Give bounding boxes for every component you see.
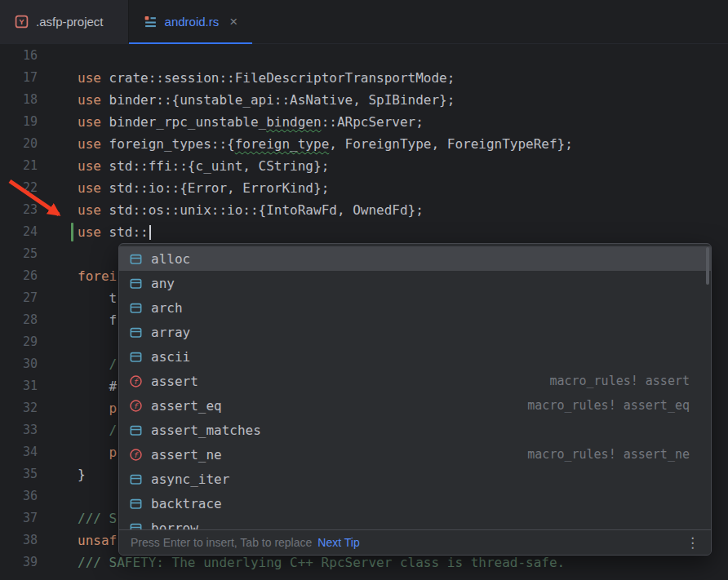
- module-icon: [129, 521, 143, 530]
- completion-item-arch[interactable]: arch: [119, 295, 711, 320]
- module-icon: [129, 277, 143, 290]
- completion-item-assert_eq[interactable]: fassert_eqmacro_rules! assert_eq: [119, 393, 711, 418]
- code-line-23[interactable]: 23use std::os::unix::io::{IntoRawFd, Own…: [0, 199, 728, 221]
- completion-item-ascii[interactable]: ascii: [119, 344, 711, 369]
- completion-label: any: [151, 276, 175, 291]
- macro-icon: f: [129, 399, 143, 413]
- tab-android-rs[interactable]: android.rs ×: [129, 0, 253, 43]
- code-line-17[interactable]: 17use crate::session::FileDescriptorTran…: [0, 67, 728, 89]
- editor-tab-bar: Y .asfp-project android.rs ×: [0, 0, 728, 44]
- code-text: p: [78, 441, 117, 463]
- completion-detail: macro_rules! assert_ne: [527, 447, 690, 462]
- vcs-change-marker[interactable]: [71, 223, 73, 241]
- completion-item-any[interactable]: any: [119, 271, 711, 295]
- completion-item-borrow[interactable]: borrow: [119, 516, 711, 529]
- code-text: }: [78, 463, 86, 485]
- completion-item-async_iter[interactable]: async_iter: [119, 467, 711, 491]
- completion-footer: Press Enter to insert, Tab to replace Ne…: [119, 529, 711, 555]
- completion-popup: allocanyarcharrayasciifassertmacro_rules…: [118, 243, 712, 556]
- completion-detail: macro_rules! assert: [549, 374, 690, 388]
- line-number[interactable]: 33: [0, 419, 38, 441]
- code-text: use foreign_types::{foreign_type, Foreig…: [78, 133, 573, 155]
- svg-text:Y: Y: [19, 17, 24, 26]
- code-text: use std::: [78, 221, 151, 243]
- completion-label: alloc: [151, 251, 190, 267]
- completion-item-assert_matches[interactable]: assert_matches: [119, 418, 711, 442]
- completion-list: allocanyarcharrayasciifassertmacro_rules…: [119, 244, 711, 529]
- line-number[interactable]: 18: [0, 89, 38, 111]
- code-text: f: [78, 309, 117, 331]
- code-line-21[interactable]: 21use std::ffi::{c_uint, CString};: [0, 155, 728, 177]
- code-line-18[interactable]: 18use binder::{unstable_api::AsNative, S…: [0, 89, 728, 111]
- completion-item-backtrace[interactable]: backtrace: [119, 491, 711, 516]
- code-text: t: [78, 287, 117, 309]
- tab-label: android.rs: [165, 15, 220, 29]
- module-icon: [129, 350, 143, 364]
- completion-label: ascii: [151, 349, 190, 365]
- completion-item-array[interactable]: array: [119, 320, 711, 344]
- code-line-19[interactable]: 19use binder_rpc_unstable_bindgen::ARpcS…: [0, 111, 728, 133]
- line-number[interactable]: 35: [0, 463, 38, 485]
- line-number[interactable]: 37: [0, 507, 38, 529]
- yaml-project-icon: Y: [15, 15, 29, 29]
- line-number[interactable]: 31: [0, 375, 38, 397]
- completion-label: assert_ne: [151, 447, 222, 463]
- completion-label: array: [151, 325, 190, 340]
- completion-label: borrow: [151, 520, 198, 530]
- code-text: use std::ffi::{c_uint, CString};: [78, 155, 329, 177]
- line-number[interactable]: 20: [0, 133, 38, 155]
- popup-scrollbar-thumb[interactable]: [706, 247, 709, 285]
- line-number[interactable]: 27: [0, 287, 38, 309]
- completion-detail: macro_rules! assert_eq: [527, 398, 690, 413]
- line-number[interactable]: 21: [0, 155, 38, 177]
- line-number[interactable]: 26: [0, 265, 38, 287]
- svg-text:f: f: [134, 449, 139, 458]
- code-line-24[interactable]: 24use std::: [0, 221, 728, 243]
- line-number[interactable]: 22: [0, 177, 38, 199]
- completion-label: assert_eq: [151, 398, 222, 414]
- code-line-22[interactable]: 22use std::io::{Error, ErrorKind};: [0, 177, 728, 199]
- code-text: /// S: [78, 507, 117, 529]
- code-text: unsaf: [78, 529, 117, 551]
- completion-item-assert_ne[interactable]: fassert_nemacro_rules! assert_ne: [119, 442, 711, 467]
- completion-label: assert: [151, 374, 198, 389]
- completion-item-alloc[interactable]: alloc: [119, 246, 711, 271]
- code-text: use binder::{unstable_api::AsNative, SpI…: [78, 89, 455, 111]
- more-options-icon[interactable]: ⋮: [686, 536, 699, 550]
- code-text: forei: [78, 265, 117, 287]
- line-number[interactable]: 34: [0, 441, 38, 463]
- close-tab-icon[interactable]: ×: [229, 15, 237, 29]
- code-text: use crate::session::FileDescriptorTransp…: [78, 67, 455, 89]
- line-number[interactable]: 23: [0, 199, 38, 221]
- line-number[interactable]: 17: [0, 67, 38, 89]
- module-icon: [129, 325, 143, 339]
- code-line-16[interactable]: 16: [0, 45, 728, 67]
- macro-icon: f: [129, 448, 143, 462]
- next-tip-link[interactable]: Next Tip: [317, 536, 359, 549]
- code-text: /: [78, 419, 117, 441]
- code-text: use std::io::{Error, ErrorKind};: [78, 177, 329, 199]
- module-icon: [129, 301, 143, 315]
- text-caret: [149, 225, 151, 240]
- line-number[interactable]: 38: [0, 529, 38, 551]
- line-number[interactable]: 28: [0, 309, 38, 331]
- line-number[interactable]: 19: [0, 111, 38, 133]
- completion-label: arch: [151, 300, 183, 316]
- completion-label: async_iter: [151, 472, 229, 487]
- line-number[interactable]: 29: [0, 331, 38, 353]
- line-number[interactable]: 39: [0, 551, 38, 573]
- line-number[interactable]: 30: [0, 353, 38, 375]
- module-icon: [129, 252, 143, 266]
- tab-asfp-project[interactable]: Y .asfp-project: [0, 0, 129, 43]
- line-number[interactable]: 24: [0, 221, 38, 243]
- code-line-20[interactable]: 20use foreign_types::{foreign_type, Fore…: [0, 133, 728, 155]
- line-number[interactable]: 36: [0, 485, 38, 507]
- line-number[interactable]: 16: [0, 45, 38, 67]
- completion-item-assert[interactable]: fassertmacro_rules! assert: [119, 369, 711, 393]
- ide-window: Y .asfp-project android.rs × 1617use cra…: [0, 0, 728, 580]
- line-number[interactable]: 32: [0, 397, 38, 419]
- code-text: /: [78, 353, 117, 375]
- completion-label: assert_matches: [151, 423, 261, 438]
- svg-text:f: f: [134, 401, 139, 410]
- line-number[interactable]: 25: [0, 243, 38, 265]
